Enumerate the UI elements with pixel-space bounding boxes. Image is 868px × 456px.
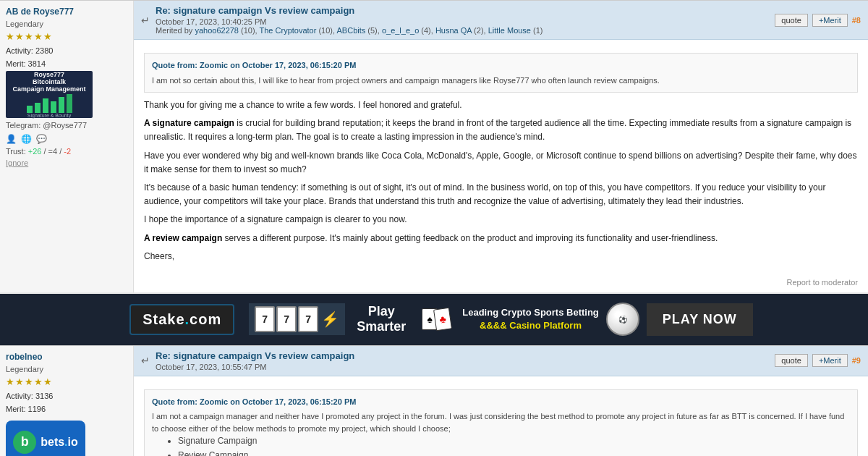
slot-reel-1: 7	[255, 306, 275, 332]
user-activity-2: Activity: 3136	[6, 392, 127, 400]
avatar-bottom-text: Signature & Bounty	[27, 113, 71, 118]
merit-button-1[interactable]: +Merit	[812, 14, 848, 27]
user-stars-2: ★★★★★	[6, 376, 127, 387]
quote-button-1[interactable]: quote	[775, 14, 808, 27]
post-content-2: ↵ Re: signature campaign Vs review campa…	[134, 346, 868, 456]
post-1: AB de Royse777 Legendary ★★★★★ Activity:…	[0, 0, 868, 292]
page-wrapper: AB de Royse777 Legendary ★★★★★ Activity:…	[0, 0, 868, 456]
avatar-chart	[27, 93, 72, 113]
user-rank-2: Legendary	[6, 365, 127, 373]
ad-slot-machine: 7 7 7 ⚡	[249, 303, 345, 335]
ad-lightning-icon: ⚡	[321, 311, 339, 328]
report-link-1[interactable]: Report to moderator	[787, 278, 858, 287]
post-actions-2: quote +Merit #9	[775, 354, 861, 367]
post-merited-1: Merited by yahoo62278 (10), The Cryptova…	[156, 26, 542, 35]
quote-header-1: Quote from: Zoomic on October 17, 2023, …	[152, 59, 850, 72]
reply-icon-1: ↵	[141, 14, 150, 26]
post-actions-1: quote +Merit #8	[775, 14, 861, 27]
ad-betting-line1: Leading Crypto Sports Betting	[462, 306, 599, 319]
user-panel-1: AB de Royse777 Legendary ★★★★★ Activity:…	[0, 1, 134, 292]
ad-betting-text: Leading Crypto Sports Betting &&&& Casin…	[462, 306, 599, 332]
avatar-top-text: Royse777BitcointalkCampaign Management	[12, 71, 85, 93]
speech-icon-1[interactable]: 💬	[36, 134, 47, 144]
quote-button-2[interactable]: quote	[775, 354, 808, 367]
post-title-1[interactable]: Re: signature campaign Vs review campaig…	[156, 5, 542, 16]
quote-box-1: Quote from: Zoomic on October 17, 2023, …	[144, 53, 858, 93]
post-text-1-2: A signature campaign is crucial for buil…	[144, 117, 858, 144]
post-text-1-1: Thank you for giving me a chance to writ…	[144, 98, 858, 112]
ad-play-smarter: Play Smarter	[352, 304, 410, 335]
ad-stake-logo[interactable]: Stake.com	[115, 300, 249, 339]
bullet-item-1: Signature Campaign	[178, 434, 850, 447]
post-body-2: Quote from: Zoomic on October 17, 2023, …	[134, 376, 868, 456]
merit-button-2[interactable]: +Merit	[812, 354, 848, 367]
user-name-1[interactable]: AB de Royse777	[6, 7, 127, 17]
post-num-2: #9	[852, 356, 861, 365]
bets-b-letter: b	[21, 434, 29, 449]
slot-reels: 7 7 7	[255, 306, 318, 332]
post-header-2: ↵ Re: signature campaign Vs review campa…	[134, 346, 868, 376]
quote-box-2: Quote from: Zoomic on October 17, 2023, …	[144, 389, 858, 456]
quote-header-2: Quote from: Zoomic on October 17, 2023, …	[152, 396, 850, 408]
stake-logo-text: Stake.com	[129, 304, 234, 335]
post-text-1-7: Cheers,	[144, 250, 858, 263]
ad-play-text-2: Smarter	[357, 319, 406, 335]
slot-reel-2: 7	[276, 306, 297, 332]
profile-icon-1[interactable]: 👤	[6, 134, 17, 144]
user-stars-1: ★★★★★	[6, 31, 127, 42]
post-date-2: October 17, 2023, 10:55:47 PM	[156, 363, 354, 371]
card-2: ♣	[433, 308, 452, 332]
post-text-1-4: It's because of a basic human tendency: …	[144, 181, 858, 208]
user-merit-1: Merit: 3814	[6, 59, 127, 68]
bets-io-text: bets.io	[41, 436, 78, 449]
bets-circle: b	[13, 431, 36, 454]
user-merit-2: Merit: 1196	[6, 405, 127, 413]
play-now-button[interactable]: PLAY NOW	[647, 303, 753, 336]
user-activity-1: Activity: 2380	[6, 46, 127, 55]
post-header-1: ↵ Re: signature campaign Vs review campa…	[134, 1, 868, 40]
ad-casino-line: &&&& Casino Platform	[480, 319, 582, 332]
post-title-area-2: ↵ Re: signature campaign Vs review campa…	[141, 350, 354, 371]
post-content-1: ↵ Re: signature campaign Vs review campa…	[134, 1, 868, 292]
quote-text-1: I am not so certain about this, I will l…	[152, 76, 660, 85]
post-title-2[interactable]: Re: signature campaign Vs review campaig…	[156, 350, 354, 361]
quote-text-2: I am not a campaign manager and neither …	[152, 412, 844, 433]
ad-cards: ♠ ♣	[422, 308, 451, 330]
post-body-1: Quote from: Zoomic on October 17, 2023, …	[134, 40, 868, 275]
slot-reel-3: 7	[298, 306, 318, 332]
user-panel-2: robelneo Legendary ★★★★★ Activity: 3136 …	[0, 346, 134, 456]
post-text-1-3: Have you ever wondered why big and well-…	[144, 149, 858, 177]
globe-icon-1[interactable]: 🌐	[21, 134, 32, 144]
user-name-2[interactable]: robelneo	[6, 352, 127, 362]
user-icons-1: 👤 🌐 💬	[6, 134, 127, 144]
avatar-1: Royse777BitcointalkCampaign Management S…	[6, 71, 93, 118]
reply-icon-2: ↵	[141, 355, 150, 366]
post-text-1-6: A review campaign serves a different pur…	[144, 232, 858, 245]
betsio-logo: b bets.io	[6, 421, 85, 456]
ad-banner[interactable]: Stake.com 7 7 7 ⚡ Play Smarter	[0, 294, 868, 345]
post-text-1-5: I hope the importance of a signature cam…	[144, 213, 858, 227]
user-rank-1: Legendary	[6, 20, 127, 28]
post-footer-1: Report to moderator	[134, 275, 868, 292]
quote-bullet-list: Signature Campaign Review Campaign	[178, 434, 850, 456]
post-date-1: October 17, 2023, 10:40:25 PM	[156, 17, 542, 26]
post-2: robelneo Legendary ★★★★★ Activity: 3136 …	[0, 345, 868, 456]
ad-play-text-1: Play	[368, 304, 395, 320]
telegram-1: Telegram: @Royse777	[6, 121, 127, 130]
avatar-2: b bets.io	[6, 421, 127, 456]
trust-1: Trust: +26 / =4 / -2	[6, 147, 127, 156]
ignore-1[interactable]: Ignore	[6, 159, 127, 167]
ad-sports-ball: ⚽	[606, 303, 639, 336]
bullet-item-2: Review Campaign	[178, 449, 850, 456]
post-num-1: #8	[852, 16, 861, 25]
post-title-area-1: ↵ Re: signature campaign Vs review campa…	[141, 5, 542, 35]
